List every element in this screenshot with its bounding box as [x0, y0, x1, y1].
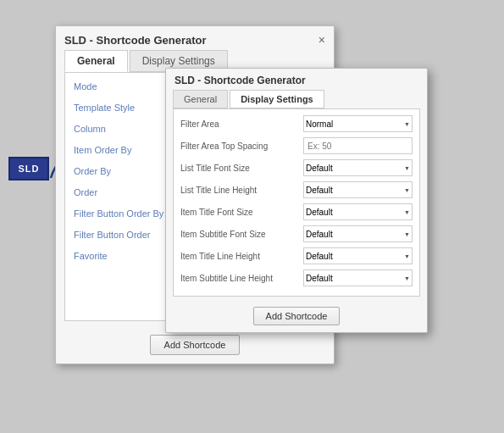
- inner-tab-display-settings[interactable]: Display Settings: [230, 90, 324, 108]
- inner-control-item-title-line-height: Default: [303, 247, 413, 264]
- inner-row-item-subtitle-font-size: Item Subtitle Font Size Default: [180, 225, 413, 243]
- filter-area-select[interactable]: Normal: [303, 115, 413, 132]
- inner-row-filter-area-top-spacing: Filter Area Top Spacing: [180, 136, 413, 155]
- inner-row-item-title-line-height: Item Title Line Height Default: [180, 247, 413, 265]
- inner-add-shortcode-bar: Add Shortcode: [166, 303, 427, 332]
- main-dialog-title: SLD - Shortcode Generator: [64, 34, 207, 47]
- item-subtitle-font-size-select[interactable]: Default: [303, 225, 413, 242]
- list-title-font-size-wrapper: Default: [303, 159, 413, 176]
- inner-label-item-subtitle-font-size: Item Subtitle Font Size: [180, 230, 303, 239]
- inner-row-list-title-line-height: List Title Line Height Default: [180, 180, 413, 199]
- item-subtitle-line-height-wrapper: Default: [303, 269, 413, 286]
- inner-row-list-title-font-size: List Title Font Size Default: [180, 158, 413, 177]
- add-shortcode-button[interactable]: Add Shortcode: [150, 335, 241, 355]
- inner-tabs: General Display Settings: [166, 90, 427, 108]
- inner-label-filter-area-top-spacing: Filter Area Top Spacing: [180, 142, 303, 151]
- inner-control-item-subtitle-line-height: Default: [303, 269, 413, 286]
- item-title-font-size-wrapper: Default: [303, 203, 413, 220]
- filter-area-top-spacing-input[interactable]: [303, 137, 413, 154]
- inner-control-filter-area-top-spacing: [303, 137, 413, 154]
- inner-row-item-title-font-size: Item Title Font Size Default: [180, 203, 413, 221]
- inner-label-item-subtitle-line-height: Item Subtitle Line Height: [180, 274, 303, 283]
- inner-label-list-title-line-height: List Title Line Height: [180, 186, 303, 195]
- sld-logo: SLD: [8, 157, 49, 180]
- item-subtitle-font-size-wrapper: Default: [303, 225, 413, 242]
- inner-label-item-title-line-height: Item Title Line Height: [180, 252, 303, 261]
- inner-label-filter-area: Filter Area: [180, 119, 303, 129]
- close-button[interactable]: ×: [318, 33, 325, 47]
- inner-control-item-subtitle-font-size: Default: [303, 225, 413, 242]
- list-title-font-size-select[interactable]: Default: [303, 159, 413, 176]
- list-title-line-height-select[interactable]: Default: [303, 181, 413, 198]
- item-title-font-size-select[interactable]: Default: [303, 203, 413, 220]
- inner-dialog: SLD - Shortcode Generator General Displa…: [165, 68, 428, 333]
- inner-control-item-title-font-size: Default: [303, 203, 413, 220]
- item-title-line-height-wrapper: Default: [303, 247, 413, 264]
- inner-control-list-title-line-height: Default: [303, 181, 413, 198]
- item-subtitle-line-height-select[interactable]: Default: [303, 269, 413, 286]
- inner-dialog-body: Filter Area Normal Filter Area Top Spaci…: [173, 108, 420, 297]
- inner-label-item-title-font-size: Item Title Font Size: [180, 208, 303, 217]
- list-title-line-height-wrapper: Default: [303, 181, 413, 198]
- inner-label-list-title-font-size: List Title Font Size: [180, 164, 303, 173]
- inner-control-list-title-font-size: Default: [303, 159, 413, 176]
- sld-logo-text: SLD: [19, 164, 40, 174]
- inner-dialog-title: SLD - Shortcode Generator: [166, 69, 427, 90]
- inner-control-filter-area: Normal: [303, 115, 413, 132]
- add-shortcode-bar: Add Shortcode: [56, 330, 334, 364]
- main-dialog-titlebar: SLD - Shortcode Generator ×: [56, 26, 334, 50]
- inner-tab-general[interactable]: General: [173, 90, 228, 108]
- filter-area-select-wrapper: Normal: [303, 115, 413, 132]
- item-title-line-height-select[interactable]: Default: [303, 247, 413, 264]
- inner-row-item-subtitle-line-height: Item Subtitle Line Height Default: [180, 269, 413, 287]
- inner-row-filter-area: Filter Area Normal: [180, 114, 413, 133]
- inner-add-shortcode-button[interactable]: Add Shortcode: [253, 307, 341, 325]
- tab-general[interactable]: General: [64, 50, 128, 72]
